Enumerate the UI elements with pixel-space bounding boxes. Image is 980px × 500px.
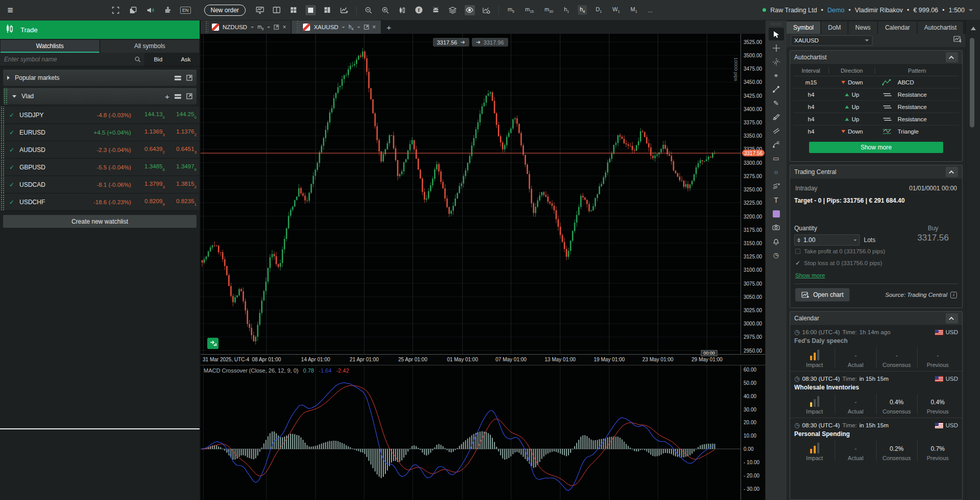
popout-icon[interactable] — [274, 23, 279, 32]
candlestick-chart[interactable]: 3317.56➜ ➜3317.96 10000 pips — [201, 34, 741, 354]
windows-copy-icon[interactable] — [128, 5, 138, 15]
symbol-dropdown-caret[interactable] — [251, 27, 254, 28]
zoom-out-icon[interactable] — [363, 5, 374, 15]
timeframe-m5[interactable]: m5 — [506, 5, 516, 14]
single-layout-icon[interactable] — [306, 5, 316, 15]
chart-tab-xauusd[interactable]: XAUUSD h4 × — [292, 20, 380, 34]
parallel-lines-tool-icon[interactable] — [769, 124, 784, 137]
add-symbol-icon[interactable]: + — [165, 93, 169, 100]
pattern-row[interactable]: m15 Down ABCD — [793, 76, 959, 89]
quantity-dropdown-caret[interactable] — [854, 240, 857, 241]
quick-sell-badge[interactable]: 3317.56➜ — [433, 38, 469, 47]
checkbox-unchecked-icon[interactable] — [795, 249, 800, 254]
ask-price[interactable]: 1.34979 — [168, 163, 200, 171]
create-watchlist-button[interactable]: Create new watchlist — [3, 215, 197, 228]
symbol-select[interactable]: XAUUSD — [791, 35, 873, 46]
symbol-row-usdjpy[interactable]: ✓ USDJPY -4.8 (-0.03%) 144.130 144.250 — [0, 106, 200, 124]
facebook-icon[interactable]: f — [414, 5, 424, 15]
bid-price[interactable]: 0.64392 — [136, 146, 168, 154]
collapse-panel-button[interactable] — [946, 313, 958, 323]
symbol-row-usdchf[interactable]: ✓ USDCHF -18.6 (-0.23%) 0.82099 0.82351 — [0, 193, 200, 211]
timeframe-dropdown-caret[interactable] — [267, 27, 270, 28]
symbol-row-gbpusd[interactable]: ✓ GBPUSD -5.5 (-0.04%) 1.34858 1.34979 — [0, 159, 200, 176]
stop-loss-option[interactable]: ✓ Stop loss at 0 (331756.0 pips) — [794, 257, 958, 269]
list-view-icon[interactable] — [175, 75, 181, 81]
pattern-row[interactable]: h4 Up Resistance — [793, 113, 959, 125]
anchor-tool-icon[interactable]: ⌖ — [769, 69, 784, 82]
account-dropdown-caret[interactable] — [969, 9, 973, 11]
ask-price[interactable]: 144.250 — [168, 111, 200, 119]
buy-price[interactable]: 3317.56 — [918, 233, 949, 243]
show-more-link[interactable]: Show more — [794, 269, 826, 284]
symbol-dropdown-caret[interactable] — [342, 27, 345, 28]
tab-autochartist[interactable]: Autochartist — [918, 21, 963, 34]
crosshair-sync-tool-icon[interactable] — [769, 55, 784, 68]
ask-price[interactable]: 0.82351 — [168, 198, 200, 206]
timeframe-h4[interactable]: h4 — [578, 5, 587, 14]
timeframe-d1[interactable]: D1 — [594, 5, 604, 14]
timeframe-m1[interactable]: M1 — [628, 5, 639, 14]
timeframe-w1[interactable]: W1 — [611, 5, 622, 14]
trendline-tool-icon[interactable] — [769, 83, 784, 96]
timeframe-m30[interactable]: m30 — [542, 5, 555, 14]
fibonacci-tool-icon[interactable] — [769, 138, 784, 151]
popout-icon[interactable] — [186, 75, 192, 81]
add-chart-icon[interactable] — [339, 5, 350, 15]
macd-indicator-panel[interactable]: MACD Crossover (Close, 26, 12, 9, 0) 0.7… — [201, 365, 741, 500]
show-more-button[interactable]: Show more — [809, 142, 943, 153]
jump-to-latest-button[interactable] — [207, 338, 219, 349]
ask-price[interactable]: 1.13762 — [168, 128, 200, 136]
zoom-in-icon[interactable] — [380, 5, 390, 15]
bid-price[interactable]: 0.82099 — [136, 198, 168, 206]
tab-calendar[interactable]: Calendar — [878, 21, 917, 34]
ellipse-tool-icon[interactable]: ○ — [769, 166, 784, 179]
eye-visibility-icon[interactable] — [465, 5, 475, 15]
history-replay-icon[interactable]: ◷ — [769, 249, 784, 262]
pattern-row[interactable]: h4 Up Resistance — [793, 89, 959, 101]
ask-price[interactable]: 1.38152 — [168, 181, 200, 188]
calendar-event[interactable]: ◷ 08:30 (UTC-4) Time: in 15h 15m USD Per… — [790, 418, 962, 464]
bid-price[interactable]: 1.37993 — [136, 181, 168, 188]
edit-chart-icon[interactable] — [953, 36, 962, 45]
bid-price[interactable]: 1.13693 — [136, 128, 168, 136]
snapshot-tool-icon[interactable] — [769, 221, 784, 234]
rectangle-tool-icon[interactable]: ▭ — [769, 152, 784, 165]
cursor-tool-icon[interactable] — [769, 28, 784, 40]
color-swatch[interactable] — [769, 207, 784, 220]
quick-buy-badge[interactable]: ➜3317.96 — [472, 38, 508, 47]
collapse-panel-button[interactable] — [946, 52, 958, 62]
layout-split-icon[interactable] — [272, 5, 282, 15]
android-icon[interactable] — [431, 5, 441, 15]
symbol-row-eurusd[interactable]: ✓ EURUSD +4.5 (+0.04%) 1.13693 1.13762 — [0, 124, 200, 141]
language-badge[interactable]: EN — [180, 7, 191, 14]
popular-markets-group[interactable]: Popular markets — [3, 70, 197, 86]
macd-axis[interactable]: 60.0050.0040.0030.0020.0010.000.00- 10.0… — [741, 365, 765, 500]
chart-settings-icon[interactable] — [482, 5, 492, 15]
quantity-stepper[interactable]: 1.00 — [794, 234, 860, 246]
pencil-tool-icon[interactable]: ✎ — [769, 97, 784, 110]
symbol-row-audusd[interactable]: ✓ AUDUSD -2.3 (-0.04%) 0.64392 0.64513 — [0, 141, 200, 159]
timeframe-dropdown-caret[interactable] — [357, 27, 360, 28]
brush-tool-icon[interactable] — [769, 111, 784, 123]
layers-icon[interactable] — [448, 5, 458, 15]
hamburger-menu-icon[interactable]: ≡ — [0, 5, 20, 16]
bid-price[interactable]: 144.130 — [136, 111, 168, 119]
account-info[interactable]: Raw Trading Ltd • Demo • Vladimir Ribako… — [763, 7, 980, 14]
drag-grip[interactable] — [3, 88, 7, 104]
pattern-row[interactable]: h4 Up Resistance — [793, 101, 959, 113]
mixed-layout-icon[interactable] — [322, 5, 333, 15]
pattern-row[interactable]: h4 Down Triangle — [793, 125, 959, 138]
new-order-button[interactable]: New order — [204, 5, 246, 16]
ask-price[interactable]: 0.64513 — [168, 146, 200, 154]
chart-type-candles-icon[interactable] — [397, 5, 407, 15]
chart-display-icon[interactable] — [255, 5, 265, 15]
tab-dom[interactable]: DoM — [821, 21, 847, 34]
collapse-panel-button[interactable] — [946, 167, 958, 177]
calendar-event[interactable]: ◷ 08:30 (UTC-4) Time: in 15h 15m USD Who… — [790, 372, 962, 418]
time-axis[interactable]: 00:00 31 Mar 2025, UTC-408 Apr 01:0014 A… — [201, 354, 765, 365]
search-icon[interactable] — [131, 53, 144, 66]
panel-scrollbar[interactable] — [966, 20, 980, 500]
tab-all-symbols[interactable]: All symbols — [100, 40, 199, 53]
crosshair-tool-icon[interactable] — [769, 41, 784, 54]
alert-bell-icon[interactable] — [769, 235, 784, 248]
